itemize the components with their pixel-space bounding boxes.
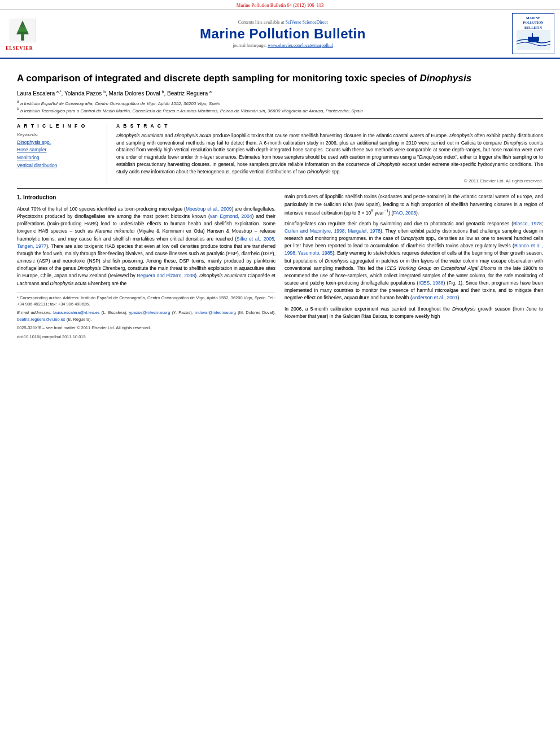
journal-title: Marine Pollution Bulletin	[200, 26, 366, 42]
ref-cullen[interactable]: Cullen and Macintyre, 1998	[285, 228, 345, 234]
ref-reguera[interactable]: Reguera and Pizarro, 2008	[137, 273, 195, 278]
abstract-column: A B S T R A C T Dinophysis acuminata and…	[116, 123, 543, 184]
journal-header: ELSEVIER Contents lists available at Sci…	[0, 10, 560, 59]
article-info-column: A R T I C L E I N F O Keywords: Dinophys…	[17, 123, 107, 184]
ref-blasco[interactable]: Blasco, 1978	[513, 221, 542, 226]
journal-bar: Marine Pollution Bulletin 64 (2012) 106–…	[0, 0, 560, 10]
ref-yasumoto[interactable]: Yasumoto, 1985	[298, 250, 333, 256]
divider	[17, 118, 543, 119]
journal-logo-image	[517, 30, 550, 50]
ref-fao[interactable]: FAO, 2003	[393, 210, 416, 216]
affiliation-b: b b Instituto Tecnológico para o Control…	[17, 107, 543, 113]
email-doval[interactable]: mdoval@intecmar.org	[195, 310, 236, 315]
info-section: A R T I C L E I N F O Keywords: Dinophys…	[17, 123, 543, 184]
homepage-link[interactable]: www.elsevier.com/locate/marpolbul	[268, 43, 333, 48]
sciverse-link[interactable]: SciVerse ScienceDirect	[286, 20, 328, 25]
email-footnote: E-mail addresses: laura.escalera@vi.ieo.…	[17, 309, 275, 322]
homepage-prefix: journal homepage:	[233, 43, 266, 48]
keyword-dinophysis[interactable]: Dinophysis spp.	[17, 139, 100, 147]
email-escalera[interactable]: laura.escalera@vi.ieo.es	[53, 310, 99, 315]
keyword-monitoring[interactable]: Monitoring	[17, 154, 100, 162]
copyright-line: © 2011 Elsevier Ltd. All rights reserved…	[116, 178, 543, 184]
body-col-left: 1. Introduction About 70% of the list of…	[17, 193, 275, 340]
ref-silke[interactable]: Silke et al., 2005	[237, 236, 274, 242]
keywords-label: Keywords:	[17, 132, 100, 137]
sciverse-line: Contents lists available at SciVerse Sci…	[238, 20, 328, 25]
journal-title-area: Contents lists available at SciVerse Sci…	[61, 13, 505, 54]
doi-line: doi:10.1016/j.marpolbul.2011.10.015	[17, 334, 275, 340]
intro-paragraph-4: In 2006, a 5-month calibration experimen…	[285, 305, 543, 320]
elsevier-logo-area: ELSEVIER	[6, 13, 56, 54]
body-section: 1. Introduction About 70% of the list of…	[17, 193, 543, 340]
svg-rect-6	[528, 37, 539, 40]
ref-tangen[interactable]: Tangen, 1977	[17, 243, 46, 249]
elsevier-label: ELSEVIER	[6, 46, 33, 51]
ref-anderson[interactable]: Anderson et al., 2001	[412, 295, 458, 300]
journal-logo-box: MARINEPOLLUTIONBULLETIN	[512, 13, 554, 54]
elsevier-tree-icon	[6, 16, 40, 45]
svg-rect-8	[532, 33, 533, 37]
corresponding-footnote: * Corresponding author. Address: Institu…	[17, 295, 275, 308]
issn-line: 0025-326X/$ – see front matter © 2011 El…	[17, 325, 275, 331]
intro-paragraph-3: Dinoflagellates can regulate their depth…	[285, 220, 543, 302]
ref-vanegmond[interactable]: van Egmond, 2004	[210, 213, 252, 219]
svg-rect-1	[21, 34, 24, 41]
abstract-text: Dinophysis acuminata and Dinophysis acut…	[116, 132, 543, 176]
svg-marker-7	[528, 40, 539, 42]
affiliation-a: a a Instituto Español de Oceanografía, C…	[17, 99, 543, 106]
email-pazos[interactable]: ypazos@intecmar.org	[129, 310, 170, 315]
elsevier-logo: ELSEVIER	[6, 16, 56, 51]
article-title: A comparison of integrated and discrete …	[17, 72, 543, 85]
keyword-hose-sampler[interactable]: Hose sampler	[17, 146, 100, 154]
sciverse-prefix: Contents lists available at	[238, 20, 285, 25]
divider-2	[17, 188, 543, 189]
authors-line: Laura Escalera a,*, Yolanda Pazos b, Mar…	[17, 90, 543, 97]
intro-paragraph-1: About 70% of the list of 100 species ide…	[17, 206, 275, 287]
svg-point-4	[20, 24, 24, 28]
ref-ices[interactable]: ICES, 1986	[418, 280, 443, 286]
keyword-vertical[interactable]: Vertical distribution	[17, 162, 100, 170]
email-reguera[interactable]: beatriz.reguera@vi.ieo.es	[17, 317, 65, 322]
intro-paragraph-2: main producers of lipophilic shellfish t…	[285, 193, 543, 216]
journal-homepage: journal homepage: www.elsevier.com/locat…	[233, 43, 333, 48]
main-content: A comparison of integrated and discrete …	[0, 59, 560, 346]
footnotes: * Corresponding author. Address: Institu…	[17, 292, 275, 340]
ref-margalef[interactable]: Margalef, 1978	[348, 228, 380, 234]
abstract-heading: A B S T R A C T	[116, 123, 543, 129]
section-title-intro: 1. Introduction	[17, 193, 275, 202]
article-info-heading: A R T I C L E I N F O	[17, 123, 100, 129]
body-col-right: main producers of lipophilic shellfish t…	[285, 193, 543, 340]
ref-moestrup[interactable]: Moestrup et al., 2009	[186, 206, 231, 212]
journal-citation: Marine Pollution Bulletin 64 (2012) 106–…	[237, 2, 323, 8]
journal-logo-box-area: MARINEPOLLUTIONBULLETIN	[509, 13, 554, 54]
